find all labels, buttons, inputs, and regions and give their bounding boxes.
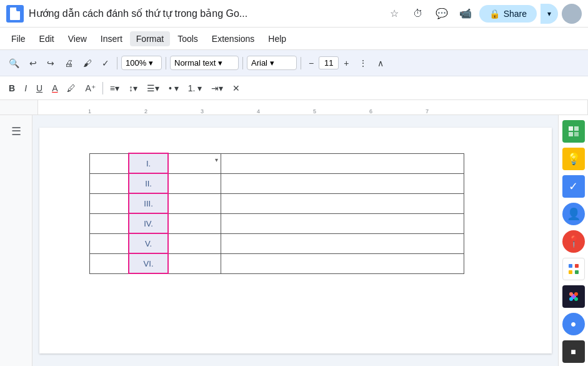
table-num-cell[interactable] <box>89 233 129 253</box>
menu-extensions[interactable]: Extensions <box>206 31 261 46</box>
line-spacing-btn[interactable]: ↕▾ <box>125 81 141 96</box>
ruler-inner: 1 2 3 4 5 6 7 <box>37 100 588 114</box>
collapse-toolbar-btn[interactable]: ∧ <box>374 56 387 71</box>
numbered-list-btn[interactable]: 1. ▾ <box>184 81 206 96</box>
tasks-icon[interactable]: ✓ <box>562 175 585 198</box>
table-content-cell[interactable] <box>221 233 464 253</box>
left-sidebar: ☰ <box>0 115 32 366</box>
underline-btn[interactable]: U <box>32 81 46 96</box>
table-roman-cell[interactable]: III. <box>129 193 168 213</box>
table-mid-cell[interactable] <box>168 213 221 233</box>
table-content-cell[interactable] <box>221 213 464 233</box>
font-size-decrease[interactable]: − <box>305 56 317 71</box>
menu-help[interactable]: Help <box>262 31 292 46</box>
menu-format[interactable]: Format <box>130 31 170 46</box>
list-view-icon[interactable]: ☰ <box>5 120 27 143</box>
history-icon-btn[interactable]: ⏱ <box>408 4 428 24</box>
undo-btn[interactable]: ↩ <box>26 56 41 71</box>
svg-point-11 <box>569 297 573 301</box>
svg-rect-5 <box>575 264 579 268</box>
table-num-cell[interactable] <box>89 213 129 233</box>
table-num-cell[interactable] <box>89 173 129 193</box>
table-content-cell[interactable] <box>221 153 464 173</box>
maps-icon[interactable]: 📍 <box>562 230 585 253</box>
menu-insert[interactable]: Insert <box>94 31 129 46</box>
menu-file[interactable]: File <box>5 31 32 46</box>
table-roman-cell[interactable]: II. <box>129 173 168 193</box>
indent-btn[interactable]: ⇥▾ <box>207 81 227 96</box>
share-dropdown-btn[interactable]: ▾ <box>541 4 558 24</box>
figma-icon[interactable] <box>562 285 585 308</box>
font-style-select[interactable]: Normal text ▾ <box>170 56 239 70</box>
circle-app-icon[interactable]: ● <box>562 313 585 335</box>
table-content-cell[interactable] <box>221 193 464 213</box>
paintformat-btn[interactable]: 🖌 <box>79 56 96 71</box>
table-num-cell[interactable] <box>89 193 129 213</box>
table-roman-cell[interactable]: VI. <box>129 253 168 273</box>
table-mid-cell[interactable]: ▾ <box>168 153 221 173</box>
keep-icon[interactable]: 💡 <box>562 148 585 170</box>
table-mid-cell[interactable] <box>168 233 221 253</box>
ruler-mark-6: 6 <box>369 108 372 114</box>
menu-view[interactable]: View <box>62 31 93 46</box>
share-button[interactable]: 🔒 Share <box>479 5 537 23</box>
svg-rect-3 <box>574 132 579 136</box>
svg-rect-6 <box>569 270 572 274</box>
apps-grid-icon[interactable] <box>562 258 585 280</box>
table-content-cell[interactable] <box>221 173 464 193</box>
main-area: ☰ I.▾II.III.IV.V.VI. 💡 ✓ 👤 📍 <box>0 115 588 366</box>
sheets-icon[interactable] <box>562 120 585 143</box>
chat-icon-btn[interactable]: 💬 <box>432 4 452 24</box>
menu-tools[interactable]: Tools <box>171 31 204 46</box>
clear-format-btn[interactable]: ✕ <box>229 81 244 96</box>
ruler: 1 2 3 4 5 6 7 <box>0 100 588 115</box>
spellcheck-btn[interactable]: ✓ <box>98 56 113 71</box>
ruler-mark-7: 7 <box>426 108 429 114</box>
table-roman-cell[interactable]: IV. <box>129 213 168 233</box>
text-color-btn[interactable]: A <box>48 81 61 96</box>
svg-rect-0 <box>569 126 573 131</box>
svg-rect-7 <box>575 270 579 274</box>
menu-edit[interactable]: Edit <box>33 31 61 46</box>
svg-rect-2 <box>569 132 573 136</box>
table-mid-cell[interactable] <box>168 193 221 213</box>
table-mid-cell[interactable] <box>168 173 221 193</box>
star-icon-btn[interactable]: ☆ <box>384 4 404 24</box>
table-mid-cell[interactable] <box>168 253 221 273</box>
table-roman-cell[interactable]: V. <box>129 233 168 253</box>
video-icon-btn[interactable]: 📹 <box>456 4 476 24</box>
document-area[interactable]: I.▾II.III.IV.V.VI. <box>32 115 558 366</box>
bullet-list-btn[interactable]: • ▾ <box>165 81 182 96</box>
zoom-select[interactable]: 100% ▾ <box>121 56 162 70</box>
table-num-cell[interactable] <box>89 253 129 273</box>
highlight-btn[interactable]: 🖊 <box>63 81 79 96</box>
document-title[interactable]: Hướng dẫn cách đánh số thứ tự trong bảng… <box>29 8 266 19</box>
bold-btn[interactable]: B <box>5 81 19 96</box>
print-btn[interactable]: 🖨 <box>61 56 77 71</box>
fmt-divider-1 <box>102 82 103 94</box>
table-content-cell[interactable] <box>221 253 464 273</box>
more-options-btn[interactable]: ⋮ <box>355 56 371 71</box>
search-btn[interactable]: 🔍 <box>5 56 23 71</box>
table-row: VI. <box>89 253 464 273</box>
dark-app-icon[interactable]: ■ <box>562 340 585 363</box>
user-avatar[interactable] <box>562 4 582 24</box>
font-size-input[interactable] <box>319 56 339 69</box>
superscript-btn[interactable]: A⁺ <box>81 81 99 96</box>
redo-btn[interactable]: ↪ <box>43 56 58 71</box>
contacts-icon[interactable]: 👤 <box>562 203 585 225</box>
font-size-increase[interactable]: + <box>340 56 352 71</box>
align-btn[interactable]: ≡▾ <box>106 81 123 96</box>
ruler-mark-1: 1 <box>88 108 91 114</box>
table-row: II. <box>89 173 464 193</box>
divider-4 <box>301 57 301 69</box>
table-roman-cell[interactable]: I. <box>129 153 168 173</box>
divider-3 <box>242 57 243 69</box>
table-row: V. <box>89 233 464 253</box>
right-panel: 💡 ✓ 👤 📍 ● ■ <box>558 115 588 366</box>
dropdown-arrow-icon[interactable]: ▾ <box>215 156 218 163</box>
font-name-select[interactable]: Arial ▾ <box>247 56 297 70</box>
italic-btn[interactable]: I <box>21 81 31 96</box>
table-num-cell[interactable] <box>89 153 129 173</box>
checklist-btn[interactable]: ☰▾ <box>143 81 163 96</box>
